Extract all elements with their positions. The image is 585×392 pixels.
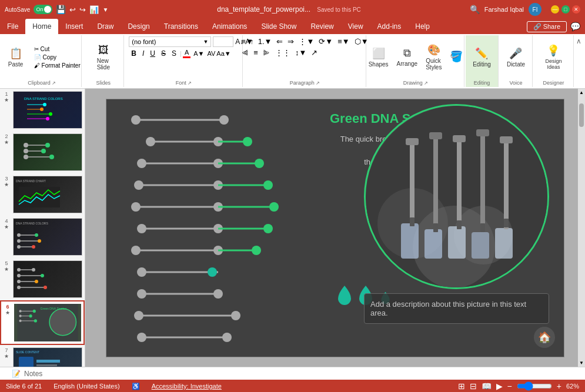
tab-help[interactable]: Help — [408, 19, 437, 34]
share-button[interactable]: 🔗Share — [527, 21, 567, 32]
zoom-in-icon[interactable]: + — [557, 381, 561, 391]
slide-canvas[interactable]: Green DNA Section The quick brown fox ju… — [106, 99, 564, 357]
text-direction-button[interactable]: ⟳▼ — [317, 36, 335, 46]
align-right-button[interactable]: ⫸ — [261, 48, 272, 58]
paste-button[interactable]: 📋 Paste — [1, 45, 31, 69]
svg-rect-114 — [480, 132, 485, 232]
reading-view-icon[interactable]: 📖 — [482, 381, 492, 391]
comments-icon[interactable]: 💬 — [570, 22, 580, 31]
underline-button[interactable]: U — [148, 49, 158, 58]
maximize-button[interactable]: □ — [561, 5, 570, 14]
justify-button[interactable]: ⋮⋮ — [273, 48, 292, 58]
slide-item-2[interactable]: 2 ★ — [0, 131, 85, 173]
align-left-button[interactable]: ⫷ — [239, 48, 250, 58]
autosave-toggle[interactable]: On — [34, 5, 52, 14]
bullets-button[interactable]: ≡▼ — [239, 36, 255, 46]
redo-icon[interactable]: ↪ — [79, 5, 86, 14]
svg-rect-115 — [504, 140, 509, 229]
slide-item-1[interactable]: 1 ★ DNA STRAND COLORS — [0, 89, 85, 131]
slide-item-6[interactable]: 6 ★ — [0, 300, 85, 345]
slide-item-7[interactable]: 7 ★ SLIDE CONTENT — [0, 345, 85, 367]
status-bar-right: ⊞ ⊟ 📖 ▶ − + 62% — [458, 381, 579, 391]
svg-point-75 — [131, 202, 141, 212]
font-color-button[interactable]: A — [183, 48, 190, 58]
strikethrough-button[interactable]: S — [159, 49, 168, 58]
notes-bar[interactable]: 📝 Notes — [0, 367, 585, 380]
indent-decrease-button[interactable]: ⇐ — [275, 36, 285, 46]
slide-item-4[interactable]: 4 ★ DNA STRAND COLORS — [0, 216, 85, 258]
para-arrow[interactable]: ↗ — [309, 48, 319, 58]
italic-button[interactable]: I — [140, 49, 146, 58]
tab-design[interactable]: Design — [121, 19, 156, 34]
close-button[interactable]: ✕ — [572, 5, 580, 14]
present-icon[interactable]: 📊 — [89, 5, 99, 14]
svg-rect-116 — [410, 217, 414, 226]
undo-icon[interactable]: ↩ — [69, 5, 76, 14]
align-center-button[interactable]: ≡ — [252, 48, 260, 58]
ribbon-collapse[interactable]: ∧ — [575, 35, 583, 87]
slideshow-icon[interactable]: ▶ — [496, 381, 503, 391]
svg-point-46 — [29, 314, 32, 317]
shape-fill-button[interactable]: 🪣 — [446, 48, 466, 66]
tab-review[interactable]: Review — [303, 19, 340, 34]
dictate-button[interactable]: 🎤 Dictate — [503, 45, 529, 69]
accessibility-status[interactable]: Accessibility: Investigate — [152, 383, 222, 390]
arrange-button[interactable]: ⧉ Arrange — [393, 45, 422, 69]
scroll-up-btn[interactable]: ▲ — [578, 89, 585, 96]
shadow-button[interactable]: S — [169, 49, 179, 58]
tab-view[interactable]: View — [341, 19, 370, 34]
slide-sorter-icon[interactable]: ⊟ — [470, 381, 477, 391]
save-icon[interactable]: 💾 — [56, 5, 66, 14]
tab-home[interactable]: Home — [25, 19, 58, 34]
tab-file[interactable]: File — [0, 19, 25, 34]
normal-view-icon[interactable]: ⊞ — [458, 381, 465, 391]
format-painter-button[interactable]: 🖌 Format Painter — [32, 62, 83, 69]
dna-strands — [118, 105, 324, 357]
home-icon[interactable]: 🏠 — [534, 327, 555, 348]
new-slide-button[interactable]: 🖼 NewSlide — [92, 42, 115, 72]
bold-button[interactable]: B — [129, 49, 139, 58]
char-spacing-button[interactable]: AV — [207, 50, 215, 57]
numbering-button[interactable]: 1.▼ — [256, 36, 274, 46]
slide-list[interactable]: 1 ★ DNA STRAND COLORS — [0, 89, 85, 367]
status-bar: Slide 6 of 21 English (United States) ♿ … — [0, 380, 585, 392]
editing-button[interactable]: ✏️ Editing — [469, 45, 494, 69]
clipboard-content: 📋 Paste ✂ Cut 📄 Copy 🖌 Format Painter — [1, 36, 83, 86]
cut-button[interactable]: ✂ Cut — [32, 45, 83, 53]
title-bar-left: AutoSave On 💾 ↩ ↪ 📊 ▼ — [5, 5, 108, 14]
minimize-button[interactable]: — — [551, 5, 559, 14]
canvas-scrollbar-v[interactable]: ▲ ▼ — [578, 89, 585, 367]
font-name-box[interactable]: (no font)▼ — [129, 36, 211, 47]
design-ideas-button[interactable]: 💡 DesignIdeas — [541, 42, 565, 72]
slide-item-5[interactable]: 5 ★ — [0, 258, 85, 300]
copy-button[interactable]: 📄 Copy — [32, 53, 83, 61]
svg-point-30 — [32, 268, 35, 272]
highlight-button[interactable]: A▼ — [192, 49, 206, 58]
change-case-button[interactable]: Aa▼ — [216, 50, 230, 57]
tab-slideshow[interactable]: Slide Show — [254, 19, 303, 34]
font-row2: B I U S S | A A▼ AV Aa▼ — [129, 48, 230, 58]
ribbon-tabs: File Home Insert Draw Design Transitions… — [0, 19, 585, 34]
voice-group-content: 🎤 Dictate — [503, 36, 529, 86]
font-size-box[interactable] — [213, 36, 233, 47]
title-bar-right: 🔍 Farshad Iqbal FI — □ ✕ — [470, 3, 580, 16]
dropdown-icon[interactable]: ▼ — [102, 6, 108, 13]
indent-increase-button[interactable]: ⇒ — [286, 36, 296, 46]
tab-transitions[interactable]: Transitions — [157, 19, 205, 34]
search-icon[interactable]: 🔍 — [470, 5, 480, 14]
tab-insert[interactable]: Insert — [58, 19, 90, 34]
columns-button[interactable]: ⋮▼ — [297, 36, 316, 46]
tab-addins[interactable]: Add-ins — [370, 19, 409, 34]
slide-number-2: 2 ★ — [2, 133, 11, 145]
scroll-down-btn[interactable]: ▼ — [578, 359, 585, 367]
zoom-out-icon[interactable]: − — [507, 381, 512, 391]
line-spacing-button[interactable]: ↕▼ — [293, 48, 308, 58]
zoom-slider[interactable] — [517, 383, 552, 390]
slide-item-3[interactable]: 3 ★ DNA STRAND CHART — [0, 173, 85, 216]
align-text-button[interactable]: ≡▼ — [336, 36, 351, 46]
tab-animations[interactable]: Animations — [205, 19, 254, 34]
shapes-button[interactable]: ⬜ Shapes — [365, 45, 392, 69]
quick-styles-button[interactable]: 🎨 QuickStyles — [422, 42, 445, 72]
tab-draw[interactable]: Draw — [90, 19, 121, 34]
svg-point-29 — [17, 268, 21, 272]
